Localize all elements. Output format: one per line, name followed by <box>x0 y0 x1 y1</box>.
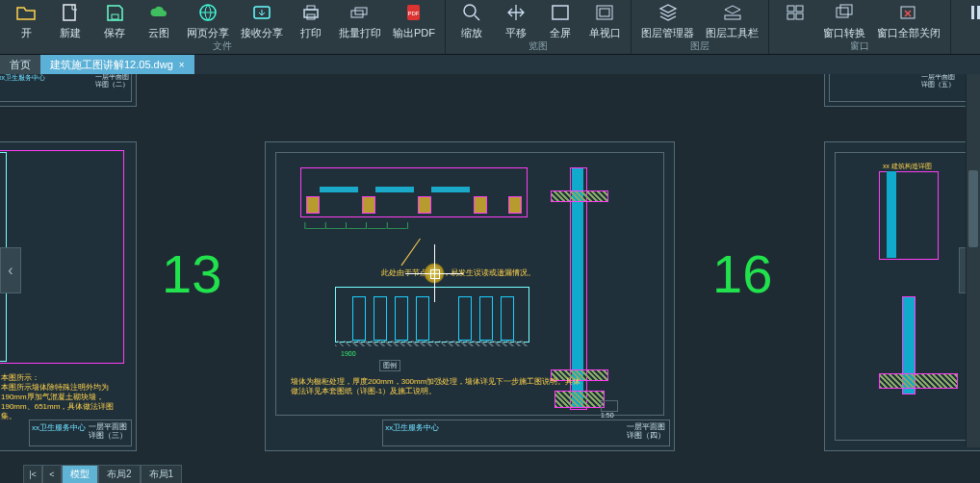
svg-rect-20 <box>837 8 848 17</box>
svg-rect-1 <box>112 14 118 19</box>
more-icon <box>967 2 980 23</box>
group-label-layer: 图层 <box>632 39 768 53</box>
batchprint-button[interactable]: 批量打印 <box>333 2 387 40</box>
layermgr-button[interactable]: 图层管理器 <box>635 2 700 40</box>
group-label-file: 文件 <box>0 39 445 53</box>
document-tabbar: 首页 建筑施工图讲解12.05.dwg× <box>0 55 980 74</box>
svg-rect-15 <box>725 15 740 19</box>
winswitch-icon <box>834 2 855 23</box>
svg-point-11 <box>464 5 476 16</box>
layermgr-icon <box>658 2 679 23</box>
tab-active-doc[interactable]: 建筑施工图讲解12.05.dwg× <box>40 55 194 74</box>
page-number-16: 16 <box>712 247 772 301</box>
model-layout-tabs: |< < 模型 布局2 布局1 <box>23 466 182 483</box>
pdf-icon: PDF <box>403 2 425 23</box>
winswitch-button[interactable]: 窗口转换 <box>817 2 871 40</box>
batchprint-icon <box>349 2 371 23</box>
svg-rect-12 <box>553 6 568 19</box>
winmenu-button[interactable] <box>773 2 817 38</box>
svg-rect-18 <box>787 13 794 19</box>
zoom-icon <box>461 2 482 23</box>
svg-rect-21 <box>840 5 852 14</box>
save-button[interactable]: 保存 <box>92 2 137 40</box>
ribbon-group-help: 设置 客服 ?帮助 帮助 <box>951 0 980 54</box>
group-label-window: 窗口 <box>769 39 950 53</box>
crosshair-pickbox <box>430 269 440 279</box>
svg-rect-17 <box>796 6 803 12</box>
drawing-canvas[interactable]: xx卫生服务中心 一层平面图详图（二） 本图所示： 本图所示墙体除特殊注明外均为… <box>0 74 980 465</box>
single-icon <box>594 2 615 23</box>
group-label-help: 帮助 <box>951 39 980 53</box>
drawing-note: 本图所示： 本图所示墙体除特殊注明外均为190mm厚加气混凝土砌块墙， 190m… <box>1 373 126 421</box>
sheet-center: |_____|_____|_____|_____|_____| 此处由于节点较多… <box>265 141 675 451</box>
svg-rect-14 <box>600 9 609 16</box>
svg-rect-16 <box>787 6 794 12</box>
scrollbar-thumb[interactable] <box>968 170 978 247</box>
ribbon-group-view: 缩放 平移 全屏 单视口 览图 <box>446 0 632 54</box>
pan-icon <box>505 2 527 23</box>
cloud-icon <box>148 2 169 23</box>
more-button[interactable] <box>955 2 980 38</box>
mtab-nav-first[interactable]: |< <box>23 465 42 483</box>
ribbon-group-file: 开 新建 保存 云图 网页分享 接收分享 打印 批量打印 PDF输出PDF 文件 <box>0 0 446 54</box>
scrollbar-vertical[interactable] <box>966 74 980 447</box>
cloud-button[interactable]: 云图 <box>137 2 181 40</box>
drawing-note: 墙体为橱柜处理，厚度200mm，300mm加强处理，墙体详见下一步施工图说明。具… <box>291 377 580 396</box>
svg-rect-4 <box>304 10 318 17</box>
svg-text:PDF: PDF <box>408 11 420 16</box>
new-icon <box>60 2 81 23</box>
zoom-button[interactable]: 缩放 <box>450 2 494 40</box>
print-button[interactable]: 打印 <box>289 2 333 40</box>
tab-close-icon[interactable]: × <box>179 60 185 70</box>
group-label-view: 览图 <box>446 39 631 53</box>
full-button[interactable]: 全屏 <box>538 2 582 40</box>
nav-prev-button[interactable]: ‹ <box>0 247 21 293</box>
pan-button[interactable]: 平移 <box>494 2 538 40</box>
svg-rect-19 <box>796 13 803 19</box>
mtab-model[interactable]: 模型 <box>62 465 98 483</box>
receive-icon <box>251 2 272 23</box>
mtab-layout1[interactable]: 布局1 <box>141 465 183 483</box>
webshare-icon <box>197 2 219 23</box>
sheet-right: xx 建筑构造详图 <box>824 141 980 451</box>
page-number-13: 13 <box>162 247 221 301</box>
mtab-layout2[interactable]: 布局2 <box>98 465 141 483</box>
print-icon <box>300 2 322 23</box>
ribbon-group-layer: 图层管理器 图层工具栏 图层 <box>632 0 769 54</box>
svg-rect-23 <box>971 6 974 19</box>
wincloseall-icon <box>898 2 919 23</box>
full-icon <box>550 2 571 23</box>
single-button[interactable]: 单视口 <box>582 2 627 40</box>
svg-rect-13 <box>597 6 612 19</box>
receive-button[interactable]: 接收分享 <box>235 2 289 40</box>
wincloseall-button[interactable]: 窗口全部关闭 <box>871 2 946 40</box>
sheet-right-upper: 一层平面图详图（五） <box>824 74 980 107</box>
titleblock: xx卫生服务中心 一层平面图详图（三） <box>29 419 132 446</box>
sheet-left-upper: xx卫生服务中心 一层平面图详图（二） <box>0 74 137 107</box>
new-button[interactable]: 新建 <box>48 2 92 40</box>
layertool-icon <box>722 2 743 23</box>
save-icon <box>104 2 125 23</box>
ribbon-group-window: 窗口转换 窗口全部关闭 窗口 <box>769 0 951 54</box>
tab-home[interactable]: 首页 <box>0 55 40 74</box>
open-button[interactable]: 开 <box>4 2 48 40</box>
titleblock: xx卫生服务中心 一层平面图详图（四） <box>382 419 670 446</box>
ribbon: 开 新建 保存 云图 网页分享 接收分享 打印 批量打印 PDF输出PDF 文件… <box>0 0 980 55</box>
winmenu-icon <box>785 2 806 23</box>
layertool-button[interactable]: 图层工具栏 <box>700 2 764 40</box>
open-icon <box>15 2 37 23</box>
exportpdf-button[interactable]: PDF输出PDF <box>387 2 441 40</box>
svg-rect-0 <box>64 5 75 20</box>
mtab-nav-prev[interactable]: < <box>42 465 62 483</box>
sheet-left-lower: 本图所示： 本图所示墙体除特殊注明外均为190mm厚加气混凝土砌块墙， 190m… <box>0 141 137 451</box>
webshare-button[interactable]: 网页分享 <box>181 2 235 40</box>
